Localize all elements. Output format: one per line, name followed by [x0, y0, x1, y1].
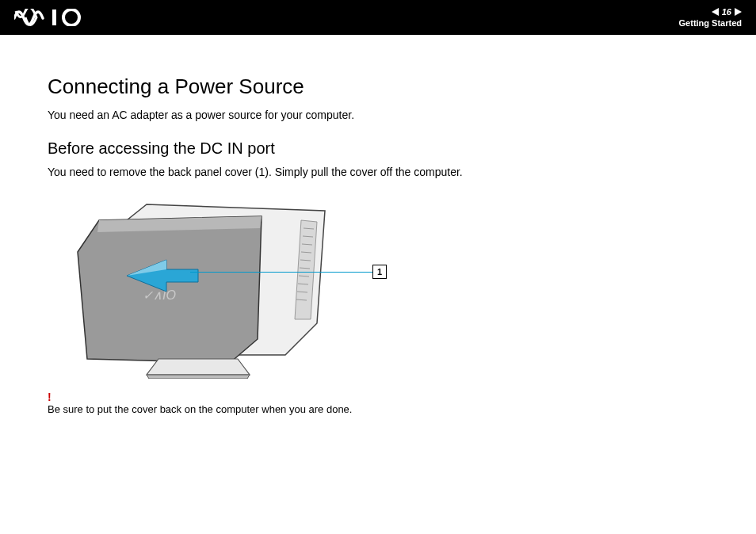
- prev-page-arrow-icon[interactable]: [712, 8, 719, 16]
- page-nav: 16: [679, 6, 742, 17]
- header-right: 16 Getting Started: [679, 6, 742, 29]
- sub-intro-paragraph: You need to remove the back panel cover …: [48, 164, 708, 181]
- page-number: 16: [722, 6, 731, 17]
- svg-rect-0: [52, 10, 56, 25]
- warning-note: ! Be sure to put the cover back on the c…: [48, 391, 708, 415]
- section-name: Getting Started: [679, 17, 742, 29]
- svg-marker-17: [147, 359, 250, 375]
- intro-paragraph: You need an AC adapter as a power source…: [48, 107, 708, 124]
- callout-leader-line: [190, 272, 372, 273]
- warning-icon: !: [48, 391, 708, 403]
- warning-text: Be sure to put the cover back on the com…: [48, 403, 708, 415]
- callout-number-box: 1: [372, 265, 387, 279]
- page-title: Connecting a Power Source: [48, 74, 708, 99]
- header-bar: 16 Getting Started: [0, 0, 756, 35]
- computer-back-illustration: ✓∧IO: [71, 196, 341, 379]
- vaio-logo: [14, 9, 94, 26]
- subheading: Before accessing the DC IN port: [48, 139, 708, 158]
- svg-point-1: [63, 10, 79, 25]
- page-content: Connecting a Power Source You need an AC…: [0, 35, 756, 415]
- svg-marker-18: [147, 375, 250, 379]
- svg-text:✓∧IO: ✓∧IO: [143, 288, 176, 302]
- next-page-arrow-icon[interactable]: [735, 8, 742, 16]
- diagram-figure: ✓∧IO 1: [71, 196, 388, 379]
